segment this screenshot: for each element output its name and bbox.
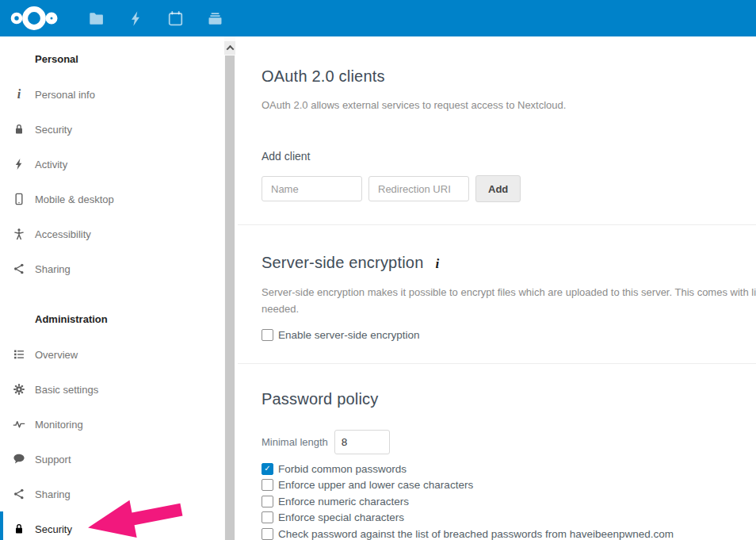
sidebar-item-security[interactable]: Security [0,511,238,540]
checkbox-unchecked[interactable] [262,528,273,540]
sidebar-item-label: Security [35,523,72,535]
settings-content: OAuth 2.0 clients OAuth 2.0 allows exter… [238,36,756,540]
scroll-up-button[interactable] [224,41,235,55]
sidebar-item-label: Accessibility [35,228,91,240]
folder-icon [88,10,105,27]
sidebar-section-title: Personal [0,42,238,77]
app-button-folder[interactable] [76,0,116,36]
minimal-length-input[interactable] [334,430,390,454]
oauth-description: OAuth 2.0 allows external services to re… [262,97,756,113]
pulse-icon [13,418,25,431]
scrollbar-thumb[interactable] [225,56,235,540]
info-icon: i [13,88,25,101]
nextcloud-logo[interactable] [8,5,62,32]
bolt-icon [128,10,144,27]
sidebar-item-label: Basic settings [35,384,98,396]
redirection-uri-input[interactable] [368,176,469,201]
settings-sidebar: PersonaliPersonal infoSecurityActivityMo… [0,36,238,540]
policy-option-row: Forbid common passwords [262,461,756,477]
checkbox-unchecked[interactable] [262,479,273,491]
mobile-icon [13,193,25,205]
top-header [0,0,756,36]
encryption-section: Server-side encryption i Server-side enc… [262,253,756,343]
policy-option-row: Check password against the list of breac… [262,526,756,540]
checkbox-label[interactable]: Enforce numeric characters [278,496,409,507]
sidebar-item-label: Sharing [35,488,71,500]
sidebar-section-title: Administration [0,302,238,337]
checkbox-label[interactable]: Enforce special characters [278,511,404,523]
encryption-description-line1: Server-side encryption makes it possible… [262,284,756,301]
encryption-description-line2: needed. [262,301,756,317]
stack-icon [207,10,223,27]
lock-icon [13,523,25,535]
policy-option-row: Enforce upper and lower case characters [262,477,756,494]
sidebar-item-activity[interactable]: Activity [0,147,238,182]
checkbox-label[interactable]: Enable server-side encryption [278,329,420,341]
sidebar-item-personal-info[interactable]: iPersonal info [0,77,238,112]
section-divider [238,224,756,225]
password-policy-section: Password policy Minimal length Forbid co… [262,389,756,540]
sidebar-item-label: Support [35,454,71,465]
password-policy-options: Forbid common passwordsEnforce upper and… [262,461,756,540]
nextcloud-settings-window: PersonaliPersonal infoSecurityActivityMo… [0,0,756,540]
share-icon [13,488,25,500]
sidebar-item-label: Activity [35,159,67,170]
oauth-section: OAuth 2.0 clients OAuth 2.0 allows exter… [262,67,756,202]
checkbox-label[interactable]: Check password against the list of breac… [278,528,674,540]
sidebar-item-overview[interactable]: Overview [0,337,238,372]
app-button-activity[interactable] [116,0,155,36]
sidebar-item-sharing[interactable]: Sharing [0,251,238,286]
app-button-stack[interactable] [195,0,235,36]
checkbox-unchecked[interactable] [262,496,273,507]
share-icon [13,262,25,275]
oauth-title: OAuth 2.0 clients [262,67,756,86]
minimal-length-label: Minimal length [262,436,328,448]
list-icon [13,348,25,361]
checkbox-unchecked[interactable] [262,511,273,523]
sidebar-item-label: Mobile & desktop [35,193,114,205]
add-client-label: Add client [262,150,756,163]
gear-icon [13,383,25,396]
encryption-title: Server-side encryption [262,253,424,273]
sidebar-item-accessibility[interactable]: Accessibility [0,216,238,251]
policy-option-row: Enforce special characters [262,510,756,527]
sidebar-item-security[interactable]: Security [0,112,238,147]
calendar-icon [167,10,184,27]
nextcloud-logo-circles [8,5,60,32]
sidebar-item-label: Monitoring [35,419,83,431]
sidebar-scrollbar[interactable] [224,36,235,540]
accessibility-icon [13,228,25,240]
section-divider [238,363,756,364]
client-name-input[interactable] [262,176,362,201]
bolt-icon [13,158,25,170]
app-icon-bar [76,0,235,36]
info-icon: i [436,254,440,274]
checkbox-label[interactable]: Enforce upper and lower case characters [278,479,473,491]
sidebar-item-support[interactable]: Support [0,442,238,477]
sidebar-item-sharing[interactable]: Sharing [0,477,238,511]
sidebar-item-monitoring[interactable]: Monitoring [0,407,238,442]
sidebar-item-basic-settings[interactable]: Basic settings [0,372,238,407]
sidebar-item-label: Overview [35,349,78,361]
checkbox-checked[interactable] [262,463,273,475]
sidebar-item-label: Personal info [35,89,95,101]
checkbox-unchecked[interactable] [262,329,273,341]
lock-icon [13,123,25,136]
chat-icon [13,453,25,465]
add-client-button[interactable]: Add [475,175,521,202]
policy-option-row: Enforce numeric characters [262,493,756,510]
checkbox-label[interactable]: Forbid common passwords [278,463,407,475]
sidebar-item-label: Security [35,124,72,136]
sidebar-item-mobile-desktop[interactable]: Mobile & desktop [0,182,238,216]
minimal-length-row: Minimal length [262,430,756,454]
chevron-up-icon [226,45,234,53]
password-policy-title: Password policy [262,389,756,409]
enable-encryption-row: Enable server-side encryption [262,327,756,343]
sidebar-item-label: Sharing [35,263,71,275]
app-button-calendar[interactable] [155,0,195,36]
